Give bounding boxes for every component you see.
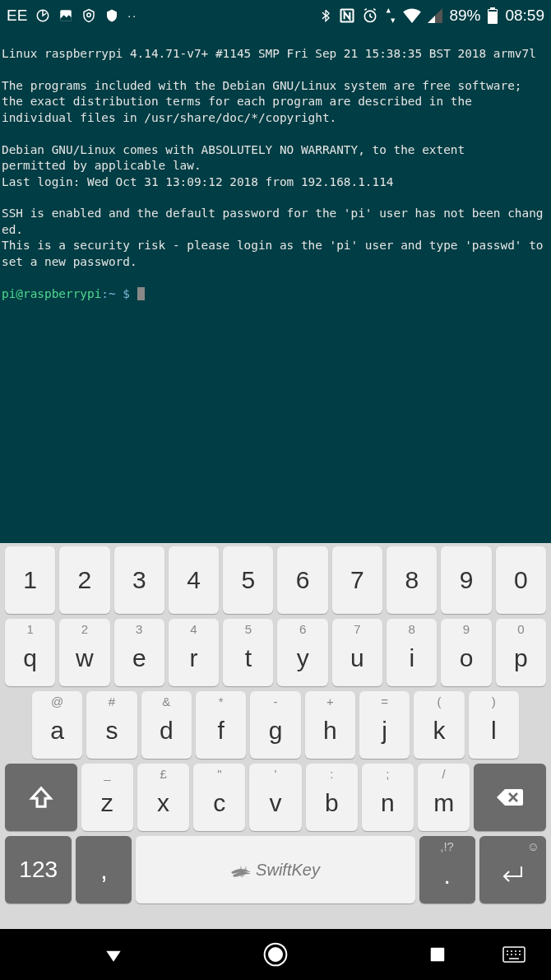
key-l[interactable]: )l [469, 691, 519, 759]
key-q[interactable]: 1q [5, 619, 55, 686]
key-v[interactable]: 'v [249, 764, 301, 831]
terminal[interactable]: Linux raspberrypi 4.14.71-v7+ #1145 SMP … [0, 31, 551, 543]
key-h[interactable]: +h [305, 691, 355, 759]
key-y[interactable]: 6y [277, 619, 327, 686]
key-5[interactable]: 5 [223, 546, 273, 614]
key-p[interactable]: 0p [496, 619, 546, 686]
image-icon [58, 8, 73, 23]
key-u[interactable]: 7u [332, 619, 382, 686]
svg-rect-6 [490, 7, 495, 10]
svg-rect-10 [430, 948, 444, 962]
key-a[interactable]: @a [32, 691, 82, 759]
key-d[interactable]: &d [141, 691, 192, 759]
prompt-path: :~ $ [101, 287, 137, 300]
key-2[interactable]: 2 [59, 546, 109, 614]
key-c[interactable]: "c [193, 764, 245, 831]
shield-icon [81, 8, 96, 23]
wifi-icon [403, 8, 421, 23]
key-7[interactable]: 7 [332, 546, 382, 614]
comma-key[interactable]: , [76, 836, 132, 903]
svg-point-2 [87, 13, 91, 17]
keyboard: 1234567890 1q2w3e4r5t6y7u8i9o0p @a#s&d*f… [0, 543, 551, 929]
terminal-output: Linux raspberrypi 4.14.71-v7+ #1145 SMP … [2, 47, 550, 268]
backspace-key[interactable] [474, 764, 546, 831]
period-key[interactable]: ,!? . [419, 836, 475, 903]
status-battery: 89% [449, 7, 480, 25]
recent-button[interactable] [417, 934, 458, 975]
home-button[interactable] [255, 934, 296, 975]
key-w[interactable]: 2w [59, 619, 109, 686]
key-9[interactable]: 9 [441, 546, 491, 614]
key-0[interactable]: 0 [496, 546, 546, 614]
loading-icon [35, 8, 50, 23]
key-3[interactable]: 3 [114, 546, 164, 614]
bluetooth-icon [319, 7, 332, 24]
shift-key[interactable] [5, 764, 77, 831]
shield-filled-icon [104, 8, 119, 23]
symbols-key[interactable]: 123 [5, 836, 72, 903]
key-x[interactable]: £x [137, 764, 189, 831]
key-z[interactable]: _z [81, 764, 133, 831]
key-4[interactable]: 4 [169, 546, 219, 614]
key-i[interactable]: 8i [387, 619, 437, 686]
keyboard-toggle-button[interactable] [493, 934, 535, 975]
battery-icon [487, 7, 498, 24]
terminal-cursor [137, 287, 145, 300]
key-g[interactable]: -g [250, 691, 300, 759]
enter-key[interactable]: ☺ [479, 836, 546, 903]
more-icon: ·· [127, 9, 137, 22]
alarm-icon [362, 7, 378, 24]
svg-rect-11 [503, 947, 525, 962]
key-j[interactable]: =j [359, 691, 410, 759]
key-f[interactable]: *f [196, 691, 246, 759]
back-button[interactable] [93, 934, 134, 975]
key-6[interactable]: 6 [277, 546, 327, 614]
prompt-user: pi@raspberrypi [2, 287, 101, 300]
status-carrier: EE [7, 7, 27, 25]
key-o[interactable]: 9o [441, 619, 491, 686]
svg-rect-7 [488, 10, 497, 12]
nfc-icon [339, 7, 355, 24]
key-n[interactable]: ;n [362, 764, 414, 831]
svg-point-9 [269, 948, 282, 961]
key-m[interactable]: /m [418, 764, 470, 831]
space-label: SwiftKey [231, 861, 320, 880]
status-bar: EE ·· 89% [0, 0, 551, 31]
key-b[interactable]: :b [306, 764, 358, 831]
data-icon [385, 8, 396, 23]
key-r[interactable]: 4r [169, 619, 219, 686]
key-t[interactable]: 5t [223, 619, 273, 686]
navigation-bar [0, 929, 551, 980]
signal-icon [428, 8, 442, 23]
key-k[interactable]: (k [414, 691, 464, 759]
space-key[interactable]: SwiftKey [136, 836, 414, 903]
key-1[interactable]: 1 [5, 546, 55, 614]
status-time: 08:59 [505, 7, 544, 25]
key-e[interactable]: 3e [114, 619, 164, 686]
key-8[interactable]: 8 [387, 546, 437, 614]
key-s[interactable]: #s [86, 691, 137, 759]
